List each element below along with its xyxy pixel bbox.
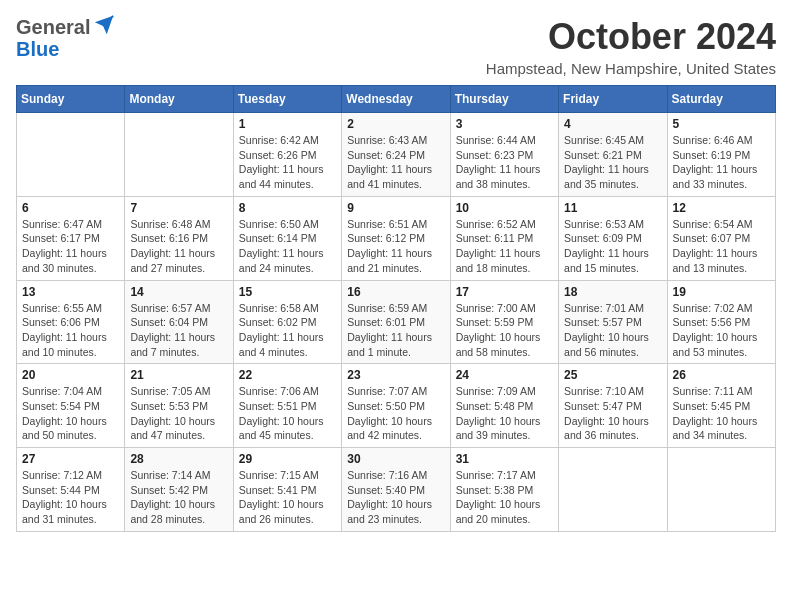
day-detail: Sunrise: 6:47 AM Sunset: 6:17 PM Dayligh… (22, 218, 107, 274)
calendar-cell: 17Sunrise: 7:00 AM Sunset: 5:59 PM Dayli… (450, 280, 558, 364)
day-number: 16 (347, 285, 444, 299)
day-detail: Sunrise: 7:10 AM Sunset: 5:47 PM Dayligh… (564, 385, 649, 441)
calendar-cell: 9Sunrise: 6:51 AM Sunset: 6:12 PM Daylig… (342, 196, 450, 280)
day-number: 27 (22, 452, 119, 466)
day-number: 31 (456, 452, 553, 466)
day-number: 2 (347, 117, 444, 131)
day-of-week-header: Friday (559, 86, 667, 113)
calendar-cell: 26Sunrise: 7:11 AM Sunset: 5:45 PM Dayli… (667, 364, 775, 448)
day-detail: Sunrise: 7:05 AM Sunset: 5:53 PM Dayligh… (130, 385, 215, 441)
day-number: 30 (347, 452, 444, 466)
calendar-table: SundayMondayTuesdayWednesdayThursdayFrid… (16, 85, 776, 532)
calendar-cell: 15Sunrise: 6:58 AM Sunset: 6:02 PM Dayli… (233, 280, 341, 364)
calendar-cell: 22Sunrise: 7:06 AM Sunset: 5:51 PM Dayli… (233, 364, 341, 448)
day-detail: Sunrise: 7:11 AM Sunset: 5:45 PM Dayligh… (673, 385, 758, 441)
bird-icon (93, 14, 115, 36)
day-detail: Sunrise: 6:43 AM Sunset: 6:24 PM Dayligh… (347, 134, 432, 190)
day-detail: Sunrise: 6:57 AM Sunset: 6:04 PM Dayligh… (130, 302, 215, 358)
calendar-cell: 27Sunrise: 7:12 AM Sunset: 5:44 PM Dayli… (17, 448, 125, 532)
day-number: 3 (456, 117, 553, 131)
day-detail: Sunrise: 6:45 AM Sunset: 6:21 PM Dayligh… (564, 134, 649, 190)
day-detail: Sunrise: 7:01 AM Sunset: 5:57 PM Dayligh… (564, 302, 649, 358)
calendar-week-row: 27Sunrise: 7:12 AM Sunset: 5:44 PM Dayli… (17, 448, 776, 532)
calendar-cell: 28Sunrise: 7:14 AM Sunset: 5:42 PM Dayli… (125, 448, 233, 532)
calendar-cell: 2Sunrise: 6:43 AM Sunset: 6:24 PM Daylig… (342, 113, 450, 197)
day-detail: Sunrise: 6:58 AM Sunset: 6:02 PM Dayligh… (239, 302, 324, 358)
day-number: 14 (130, 285, 227, 299)
day-of-week-header: Sunday (17, 86, 125, 113)
day-number: 21 (130, 368, 227, 382)
day-detail: Sunrise: 7:16 AM Sunset: 5:40 PM Dayligh… (347, 469, 432, 525)
day-detail: Sunrise: 6:46 AM Sunset: 6:19 PM Dayligh… (673, 134, 758, 190)
day-detail: Sunrise: 6:54 AM Sunset: 6:07 PM Dayligh… (673, 218, 758, 274)
day-detail: Sunrise: 6:59 AM Sunset: 6:01 PM Dayligh… (347, 302, 432, 358)
location: Hampstead, New Hampshire, United States (486, 60, 776, 77)
day-number: 28 (130, 452, 227, 466)
day-number: 25 (564, 368, 661, 382)
calendar-cell (559, 448, 667, 532)
calendar-cell: 6Sunrise: 6:47 AM Sunset: 6:17 PM Daylig… (17, 196, 125, 280)
calendar-cell: 16Sunrise: 6:59 AM Sunset: 6:01 PM Dayli… (342, 280, 450, 364)
day-detail: Sunrise: 6:52 AM Sunset: 6:11 PM Dayligh… (456, 218, 541, 274)
day-detail: Sunrise: 6:51 AM Sunset: 6:12 PM Dayligh… (347, 218, 432, 274)
calendar-cell: 14Sunrise: 6:57 AM Sunset: 6:04 PM Dayli… (125, 280, 233, 364)
day-number: 23 (347, 368, 444, 382)
calendar-cell: 13Sunrise: 6:55 AM Sunset: 6:06 PM Dayli… (17, 280, 125, 364)
calendar-cell (125, 113, 233, 197)
day-detail: Sunrise: 7:14 AM Sunset: 5:42 PM Dayligh… (130, 469, 215, 525)
logo-general: General (16, 16, 90, 38)
calendar-header-row: SundayMondayTuesdayWednesdayThursdayFrid… (17, 86, 776, 113)
day-detail: Sunrise: 6:42 AM Sunset: 6:26 PM Dayligh… (239, 134, 324, 190)
day-number: 13 (22, 285, 119, 299)
day-of-week-header: Wednesday (342, 86, 450, 113)
day-detail: Sunrise: 7:06 AM Sunset: 5:51 PM Dayligh… (239, 385, 324, 441)
day-number: 9 (347, 201, 444, 215)
calendar-cell: 8Sunrise: 6:50 AM Sunset: 6:14 PM Daylig… (233, 196, 341, 280)
day-number: 26 (673, 368, 770, 382)
day-number: 5 (673, 117, 770, 131)
day-number: 7 (130, 201, 227, 215)
day-detail: Sunrise: 7:15 AM Sunset: 5:41 PM Dayligh… (239, 469, 324, 525)
day-number: 4 (564, 117, 661, 131)
calendar-cell: 31Sunrise: 7:17 AM Sunset: 5:38 PM Dayli… (450, 448, 558, 532)
page-header: General Blue October 2024 Hampstead, New… (16, 16, 776, 77)
day-number: 10 (456, 201, 553, 215)
day-number: 20 (22, 368, 119, 382)
calendar-week-row: 6Sunrise: 6:47 AM Sunset: 6:17 PM Daylig… (17, 196, 776, 280)
day-detail: Sunrise: 7:02 AM Sunset: 5:56 PM Dayligh… (673, 302, 758, 358)
day-detail: Sunrise: 7:09 AM Sunset: 5:48 PM Dayligh… (456, 385, 541, 441)
day-detail: Sunrise: 6:50 AM Sunset: 6:14 PM Dayligh… (239, 218, 324, 274)
day-detail: Sunrise: 7:12 AM Sunset: 5:44 PM Dayligh… (22, 469, 107, 525)
calendar-cell: 5Sunrise: 6:46 AM Sunset: 6:19 PM Daylig… (667, 113, 775, 197)
calendar-week-row: 13Sunrise: 6:55 AM Sunset: 6:06 PM Dayli… (17, 280, 776, 364)
title-area: October 2024 Hampstead, New Hampshire, U… (486, 16, 776, 77)
day-detail: Sunrise: 7:07 AM Sunset: 5:50 PM Dayligh… (347, 385, 432, 441)
day-number: 29 (239, 452, 336, 466)
day-number: 11 (564, 201, 661, 215)
calendar-cell: 30Sunrise: 7:16 AM Sunset: 5:40 PM Dayli… (342, 448, 450, 532)
calendar-week-row: 20Sunrise: 7:04 AM Sunset: 5:54 PM Dayli… (17, 364, 776, 448)
day-detail: Sunrise: 7:04 AM Sunset: 5:54 PM Dayligh… (22, 385, 107, 441)
calendar-cell: 29Sunrise: 7:15 AM Sunset: 5:41 PM Dayli… (233, 448, 341, 532)
calendar-cell: 12Sunrise: 6:54 AM Sunset: 6:07 PM Dayli… (667, 196, 775, 280)
logo: General Blue (16, 16, 115, 60)
calendar-cell: 1Sunrise: 6:42 AM Sunset: 6:26 PM Daylig… (233, 113, 341, 197)
calendar-week-row: 1Sunrise: 6:42 AM Sunset: 6:26 PM Daylig… (17, 113, 776, 197)
day-number: 8 (239, 201, 336, 215)
calendar-cell (667, 448, 775, 532)
day-detail: Sunrise: 7:00 AM Sunset: 5:59 PM Dayligh… (456, 302, 541, 358)
day-number: 6 (22, 201, 119, 215)
calendar-cell: 21Sunrise: 7:05 AM Sunset: 5:53 PM Dayli… (125, 364, 233, 448)
day-number: 24 (456, 368, 553, 382)
day-number: 18 (564, 285, 661, 299)
day-of-week-header: Thursday (450, 86, 558, 113)
day-detail: Sunrise: 7:17 AM Sunset: 5:38 PM Dayligh… (456, 469, 541, 525)
day-detail: Sunrise: 6:44 AM Sunset: 6:23 PM Dayligh… (456, 134, 541, 190)
day-detail: Sunrise: 6:48 AM Sunset: 6:16 PM Dayligh… (130, 218, 215, 274)
day-of-week-header: Tuesday (233, 86, 341, 113)
day-of-week-header: Saturday (667, 86, 775, 113)
calendar-cell: 20Sunrise: 7:04 AM Sunset: 5:54 PM Dayli… (17, 364, 125, 448)
day-number: 22 (239, 368, 336, 382)
calendar-cell: 11Sunrise: 6:53 AM Sunset: 6:09 PM Dayli… (559, 196, 667, 280)
calendar-cell: 24Sunrise: 7:09 AM Sunset: 5:48 PM Dayli… (450, 364, 558, 448)
